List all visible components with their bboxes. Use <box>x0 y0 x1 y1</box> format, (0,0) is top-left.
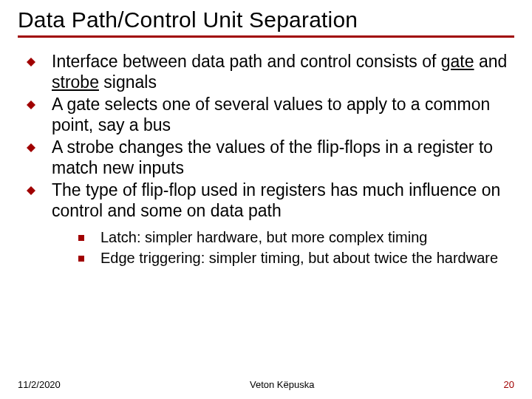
square-icon <box>78 235 84 241</box>
sub-bullet-list: Latch: simpler hardware, but more comple… <box>78 228 511 267</box>
svg-marker-3 <box>27 186 35 195</box>
title-underline <box>18 35 514 38</box>
underlined-text: gate <box>441 52 474 71</box>
list-item: Latch: simpler hardware, but more comple… <box>78 228 511 248</box>
square-icon <box>78 256 84 262</box>
bullet-text: The type of flip-flop used in registers … <box>52 180 511 221</box>
diamond-icon <box>27 58 35 66</box>
diamond-icon <box>27 143 35 152</box>
list-item: A gate selects one of several values to … <box>27 94 511 135</box>
list-item: A strobe changes the values of the flip-… <box>27 137 511 178</box>
main-bullet-list: Interface between data path and control … <box>27 51 511 221</box>
list-item: Interface between data path and control … <box>27 51 511 92</box>
bullet-text: A strobe changes the values of the flip-… <box>52 137 511 178</box>
slide-title: Data Path/Control Unit Separation <box>18 7 514 33</box>
list-item: Edge triggering: simpler timing, but abo… <box>78 249 511 268</box>
footer: 11/2/2020 Veton Këpuska 20 <box>0 379 532 390</box>
footer-date: 11/2/2020 <box>18 379 61 390</box>
text-run: and <box>474 52 508 71</box>
diamond-icon <box>27 186 35 195</box>
bullet-text: Interface between data path and control … <box>52 51 511 92</box>
list-item: The type of flip-flop used in registers … <box>27 180 511 221</box>
svg-marker-0 <box>27 58 35 66</box>
sub-bullet-text: Latch: simpler hardware, but more comple… <box>100 228 427 248</box>
text-run: signals <box>99 72 157 92</box>
bullet-text: A gate selects one of several values to … <box>52 94 511 135</box>
content-area: Interface between data path and control … <box>18 51 514 268</box>
svg-marker-1 <box>27 100 35 109</box>
footer-page-number: 20 <box>504 379 514 390</box>
underlined-text: strobe <box>52 72 99 92</box>
diamond-icon <box>27 100 35 109</box>
sub-bullet-text: Edge triggering: simpler timing, but abo… <box>100 249 498 268</box>
footer-author: Veton Këpuska <box>250 379 314 390</box>
title-block: Data Path/Control Unit Separation <box>18 7 514 33</box>
text-run: Interface between data path and control … <box>52 52 441 71</box>
svg-marker-2 <box>27 143 35 152</box>
